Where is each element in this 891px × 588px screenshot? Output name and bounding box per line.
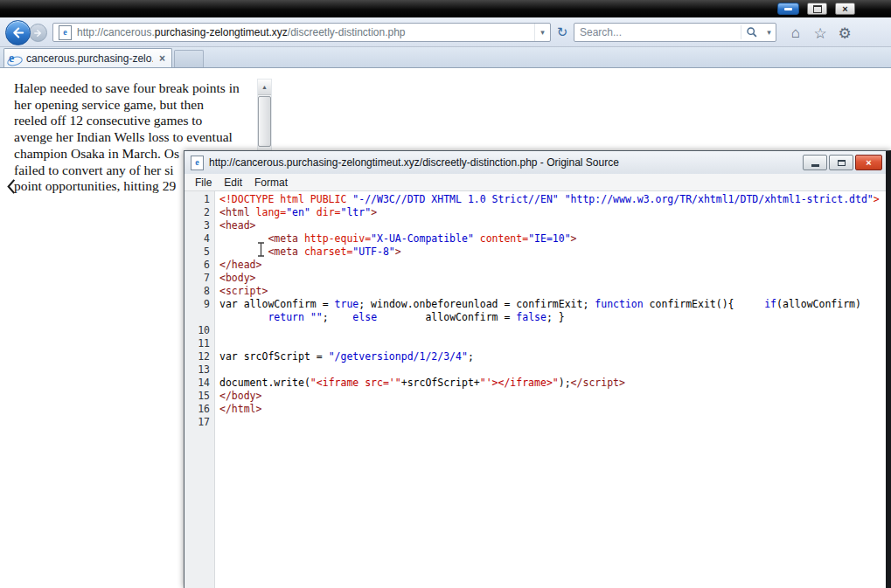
code-line: <html lang="en" dir="ltr"> xyxy=(219,206,886,219)
search-button[interactable] xyxy=(741,26,762,38)
menu-file[interactable]: File xyxy=(189,176,218,189)
ibeam-cursor-icon xyxy=(256,242,266,257)
url-text: http://cancerous.purchasing-zelongtimeut… xyxy=(77,26,534,38)
url-prefix: http://cancerous. xyxy=(77,26,155,38)
search-box: ▾ xyxy=(574,23,776,42)
menu-edit[interactable]: Edit xyxy=(218,176,248,189)
code-line xyxy=(219,324,886,337)
home-icon: ⌂ xyxy=(791,24,800,42)
home-button[interactable]: ⌂ xyxy=(785,24,806,43)
line-number: 15 xyxy=(184,390,210,403)
code-line: <script> xyxy=(219,285,886,298)
page-icon: e xyxy=(191,156,204,170)
back-icon xyxy=(10,25,25,40)
minimize-button[interactable] xyxy=(777,3,799,15)
prev-arrow-icon xyxy=(5,178,17,195)
code-line xyxy=(219,337,886,350)
code-line: <!DOCTYPE html PUBLIC "-//W3C//DTD XHTML… xyxy=(219,193,886,206)
source-maximize-button[interactable] xyxy=(829,155,853,170)
prev-arrow-button[interactable] xyxy=(5,178,17,196)
scroll-up-button[interactable]: ▲ xyxy=(258,80,271,95)
url-path: /discreetly-distinction.php xyxy=(288,26,406,38)
ie-logo-icon: e xyxy=(9,52,22,65)
refresh-button[interactable]: ↻ xyxy=(553,23,571,42)
line-number: 14 xyxy=(184,377,210,390)
tab-title: cancerous.purchasing-zelo... xyxy=(26,52,153,65)
scroll-up-icon: ▲ xyxy=(261,84,268,90)
line-number-gutter: 1234567891011121314151617 xyxy=(184,191,215,588)
minimize-icon xyxy=(811,164,819,167)
search-icon xyxy=(746,26,758,38)
line-number: 1 xyxy=(184,193,210,206)
close-icon: × xyxy=(866,157,871,168)
settings-gear-icon: ⚙ xyxy=(838,24,851,43)
line-number: 12 xyxy=(184,350,210,363)
tab-close-button[interactable]: × xyxy=(157,52,167,65)
line-number: 4 xyxy=(184,232,210,246)
line-number: 11 xyxy=(184,337,210,350)
settings-button[interactable]: ⚙ xyxy=(834,24,855,43)
refresh-icon: ↻ xyxy=(557,24,568,40)
code-line: <meta http-equiv="X-UA-Compatible" conte… xyxy=(219,232,886,246)
code-line: </html> xyxy=(219,403,886,416)
code-line: var srcOfScript = "/getversionpd/1/2/3/4… xyxy=(219,350,886,363)
line-number: 8 xyxy=(184,285,210,298)
source-window-title: http://cancerous.purchasing-zelongtimeut… xyxy=(209,156,797,169)
navigation-toolbar: e http://cancerous.purchasing-zelongtime… xyxy=(0,17,891,47)
close-button[interactable]: × xyxy=(835,3,855,15)
line-number: 9 xyxy=(184,298,210,311)
back-button[interactable] xyxy=(5,20,31,45)
tab-active[interactable]: e cancerous.purchasing-zelo... × xyxy=(3,48,172,67)
code-area[interactable]: <!DOCTYPE html PUBLIC "-//W3C//DTD XHTML… xyxy=(215,191,886,588)
line-number: 17 xyxy=(184,416,210,429)
line-number: 10 xyxy=(184,324,210,337)
favorites-star-icon: ☆ xyxy=(813,24,826,43)
forward-icon xyxy=(33,28,44,38)
chevron-down-icon: ▾ xyxy=(540,28,545,37)
article-line: reeled off 12 consecutive games to xyxy=(14,113,261,129)
code-line xyxy=(219,416,886,429)
address-bar[interactable]: e http://cancerous.purchasing-zelongtime… xyxy=(52,23,551,42)
forward-button[interactable] xyxy=(29,24,47,42)
article-line: Halep needed to save four break points i… xyxy=(14,80,261,97)
page-icon: e xyxy=(59,25,72,40)
source-minimize-button[interactable] xyxy=(803,155,827,170)
article-line: avenge her Indian Wells loss to eventual xyxy=(14,129,261,146)
close-icon: × xyxy=(842,4,847,14)
source-body: 1234567891011121314151617 <!DOCTYPE html… xyxy=(184,191,886,588)
search-input[interactable] xyxy=(574,26,741,38)
view-source-window: e http://cancerous.purchasing-zelongtime… xyxy=(184,150,891,588)
new-tab-stub[interactable] xyxy=(174,50,204,67)
menu-format[interactable]: Format xyxy=(248,176,294,189)
chevron-down-icon: ▾ xyxy=(767,28,771,37)
line-number: 5 xyxy=(184,246,210,259)
code-line: var allowConfirm = true; window.onbefore… xyxy=(219,298,886,311)
line-number: 2 xyxy=(184,206,210,219)
search-dropdown-button[interactable]: ▾ xyxy=(762,28,776,37)
code-line: <head> xyxy=(219,219,886,232)
maximize-icon xyxy=(813,5,822,13)
code-line: </head> xyxy=(219,259,886,272)
screen: × e http://cancerous.purchasing-zelongti… xyxy=(0,0,891,588)
window-controls: × xyxy=(777,3,855,15)
menu-bar: File Edit Format xyxy=(184,174,886,191)
url-domain: purchasing-zelongtimeut.xyz xyxy=(155,26,288,38)
code-line xyxy=(219,363,886,377)
line-number xyxy=(184,311,210,324)
code-line: </body> xyxy=(219,390,886,403)
code-line: <meta charset="UTF-8"> xyxy=(219,246,886,259)
maximize-button[interactable] xyxy=(807,3,827,15)
scrollbar-thumb[interactable] xyxy=(258,96,271,147)
title-bar[interactable]: × xyxy=(0,0,891,17)
article-line: her opening service game, but then xyxy=(14,97,261,114)
source-title-bar[interactable]: e http://cancerous.purchasing-zelongtime… xyxy=(184,151,886,174)
code-line: <body> xyxy=(219,272,886,285)
source-close-button[interactable]: × xyxy=(855,155,882,170)
address-dropdown-button[interactable]: ▾ xyxy=(534,24,550,41)
line-number: 6 xyxy=(184,259,210,272)
maximize-icon xyxy=(838,160,846,166)
favorites-button[interactable]: ☆ xyxy=(810,24,831,43)
code-line: return ""; else allowConfirm = false; } xyxy=(219,311,886,324)
source-window-controls: × xyxy=(803,155,882,170)
code-line: document.write("<iframe src='"+srcOfScri… xyxy=(219,377,886,390)
